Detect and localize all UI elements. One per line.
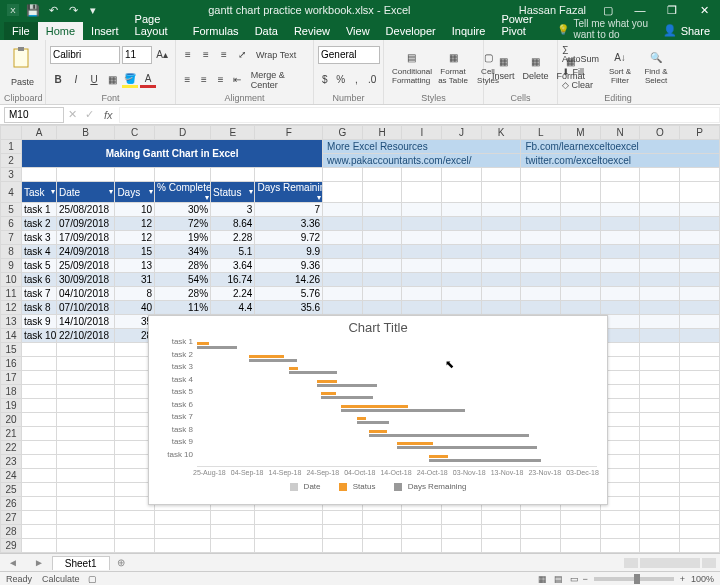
cell[interactable] bbox=[680, 371, 720, 385]
cell[interactable]: 8 bbox=[115, 287, 155, 301]
cell[interactable] bbox=[680, 455, 720, 469]
autosum-button[interactable]: ∑ AutoSum bbox=[562, 44, 602, 64]
orientation-icon[interactable]: ⤢ bbox=[234, 47, 250, 63]
conditional-formatting-button[interactable]: ▤Conditional Formatting bbox=[388, 42, 434, 92]
cell[interactable] bbox=[640, 371, 680, 385]
cell[interactable] bbox=[323, 525, 363, 539]
cell[interactable] bbox=[115, 525, 155, 539]
col-header[interactable]: D bbox=[155, 126, 211, 140]
currency-icon[interactable]: $ bbox=[318, 72, 332, 88]
table-header[interactable]: Date▾ bbox=[57, 182, 115, 203]
tab-inquire[interactable]: Inquire bbox=[444, 22, 494, 40]
cell[interactable] bbox=[640, 343, 680, 357]
cell[interactable] bbox=[57, 427, 115, 441]
cell[interactable] bbox=[481, 539, 521, 553]
cell[interactable] bbox=[255, 511, 323, 525]
cell[interactable]: 3.64 bbox=[211, 259, 255, 273]
cell[interactable] bbox=[640, 497, 680, 511]
cell[interactable]: 14/10/2018 bbox=[57, 315, 115, 329]
chart-plot-area[interactable]: task 1 task 2 task 3 task 4 task 5 task … bbox=[197, 337, 597, 467]
cell[interactable]: 31 bbox=[115, 273, 155, 287]
cell[interactable] bbox=[22, 525, 57, 539]
maximize-icon[interactable]: ❐ bbox=[656, 4, 688, 17]
bold-icon[interactable]: B bbox=[50, 72, 66, 88]
cell[interactable] bbox=[680, 343, 720, 357]
col-header[interactable]: A bbox=[22, 126, 57, 140]
cell[interactable] bbox=[362, 525, 402, 539]
cell[interactable] bbox=[680, 357, 720, 371]
col-header[interactable]: B bbox=[57, 126, 115, 140]
col-header[interactable]: K bbox=[481, 126, 521, 140]
format-as-table-button[interactable]: ▦Format as Table bbox=[434, 42, 472, 92]
cell[interactable]: task 5 bbox=[22, 259, 57, 273]
chart-title[interactable]: Chart Title bbox=[149, 316, 607, 337]
cell[interactable] bbox=[115, 511, 155, 525]
fx-icon[interactable]: fx bbox=[98, 109, 119, 121]
cell[interactable] bbox=[22, 483, 57, 497]
col-header[interactable]: E bbox=[211, 126, 255, 140]
cell[interactable] bbox=[680, 511, 720, 525]
align-right-icon[interactable]: ≡ bbox=[213, 72, 228, 88]
tab-file[interactable]: File bbox=[4, 22, 38, 40]
cell[interactable] bbox=[640, 525, 680, 539]
cell[interactable]: 17/09/2018 bbox=[57, 231, 115, 245]
cell[interactable] bbox=[680, 539, 720, 553]
macro-record-icon[interactable]: ▢ bbox=[88, 574, 97, 584]
col-header[interactable]: L bbox=[521, 126, 561, 140]
gantt-chart[interactable]: Chart Title task 1 task 2 task 3 task 4 … bbox=[148, 315, 608, 505]
font-size-combo[interactable] bbox=[122, 46, 152, 64]
cell[interactable]: 8.64 bbox=[211, 217, 255, 231]
cell[interactable] bbox=[680, 483, 720, 497]
cell[interactable] bbox=[521, 511, 561, 525]
cell[interactable] bbox=[22, 343, 57, 357]
cell[interactable] bbox=[640, 441, 680, 455]
share-button[interactable]: 👤Share bbox=[653, 21, 720, 40]
cell[interactable] bbox=[521, 539, 561, 553]
col-header[interactable]: M bbox=[561, 126, 601, 140]
cell[interactable]: task 10 bbox=[22, 329, 57, 343]
cell[interactable] bbox=[561, 525, 601, 539]
zoom-level[interactable]: 100% bbox=[691, 574, 714, 584]
cell[interactable] bbox=[211, 539, 255, 553]
col-header[interactable]: N bbox=[600, 126, 640, 140]
cell[interactable] bbox=[680, 441, 720, 455]
cell[interactable] bbox=[22, 371, 57, 385]
cell[interactable]: 2.24 bbox=[211, 287, 255, 301]
cell[interactable] bbox=[442, 525, 482, 539]
save-icon[interactable]: 💾 bbox=[26, 3, 40, 17]
cell[interactable]: 25/09/2018 bbox=[57, 259, 115, 273]
align-center-icon[interactable]: ≡ bbox=[197, 72, 212, 88]
cell[interactable] bbox=[211, 511, 255, 525]
cancel-fx-icon[interactable]: ✕ bbox=[64, 108, 81, 121]
cell[interactable]: 24/09/2018 bbox=[57, 245, 115, 259]
cell[interactable] bbox=[57, 357, 115, 371]
table-header[interactable]: Task▾ bbox=[22, 182, 57, 203]
comma-icon[interactable]: , bbox=[350, 72, 364, 88]
cell[interactable] bbox=[22, 399, 57, 413]
cell[interactable] bbox=[57, 371, 115, 385]
cell[interactable]: 34% bbox=[155, 245, 211, 259]
cell[interactable]: task 3 bbox=[22, 231, 57, 245]
col-header[interactable]: H bbox=[362, 126, 402, 140]
cell[interactable]: 9.72 bbox=[255, 231, 323, 245]
cell[interactable] bbox=[22, 441, 57, 455]
cell[interactable] bbox=[442, 539, 482, 553]
enter-fx-icon[interactable]: ✓ bbox=[81, 108, 98, 121]
table-header[interactable]: Days Remaining▾ bbox=[255, 182, 323, 203]
cell[interactable] bbox=[680, 497, 720, 511]
cell[interactable]: 19% bbox=[155, 231, 211, 245]
col-header[interactable]: F bbox=[255, 126, 323, 140]
font-color-icon[interactable]: A bbox=[140, 72, 156, 88]
tab-insert[interactable]: Insert bbox=[83, 22, 127, 40]
underline-icon[interactable]: U bbox=[86, 72, 102, 88]
minimize-icon[interactable]: — bbox=[624, 4, 656, 17]
cell[interactable]: 25/08/2018 bbox=[57, 203, 115, 217]
col-header[interactable]: J bbox=[442, 126, 482, 140]
cell[interactable]: 28% bbox=[155, 287, 211, 301]
cell[interactable]: 13 bbox=[115, 259, 155, 273]
cell[interactable]: 30/09/2018 bbox=[57, 273, 115, 287]
cell[interactable] bbox=[481, 511, 521, 525]
cell[interactable] bbox=[22, 511, 57, 525]
cell[interactable]: 54% bbox=[155, 273, 211, 287]
formula-input[interactable] bbox=[119, 107, 720, 123]
